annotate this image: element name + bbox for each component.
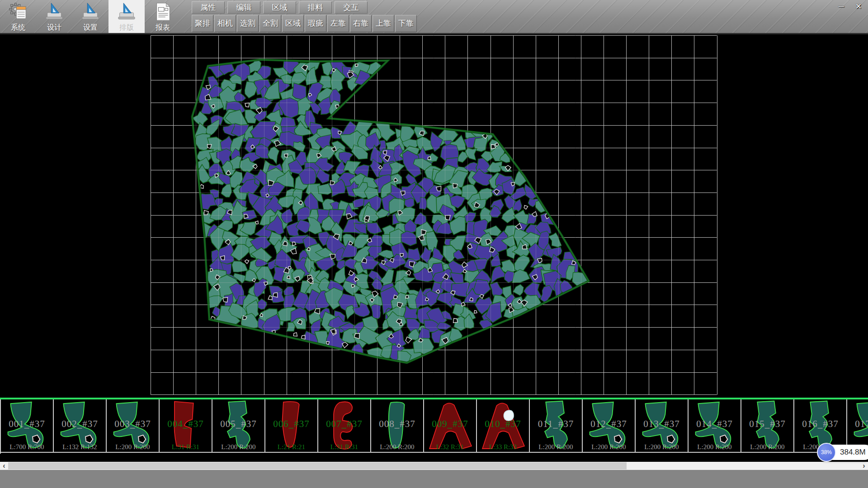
app-button-系统[interactable]: 系统 (0, 0, 36, 33)
piece-id: 001_#37 (1, 418, 53, 430)
design-icon (44, 1, 65, 22)
thumbnail-cell-003_#37[interactable]: 003_#37L:200 R:200 (107, 399, 160, 453)
minimize-button[interactable]: ─ (835, 1, 848, 13)
menu-button-交互[interactable]: 交互 (335, 1, 368, 14)
menu-button-区域[interactable]: 区域 (263, 1, 296, 14)
menu-row: 属性编辑区域排料交互 (192, 1, 368, 14)
piece-lr-count: L:32 R:31 (424, 443, 476, 451)
thumbnail-cell-015_#37[interactable]: 015_#37L:200 R:200 (741, 399, 794, 453)
menu-button-排料[interactable]: 排料 (299, 1, 332, 14)
piece-lr-count: L:33 R:33 (477, 443, 529, 451)
piece-id: 011_#37 (530, 418, 582, 430)
scrollbar-thumb[interactable] (8, 462, 627, 469)
application-window: 系统设计设置排版报表 属性编辑区域排料交互 聚排相机选割全割区域瑕疵左靠右靠上靠… (0, 0, 868, 488)
thumbnail-cell-010_#37[interactable]: 010_#37L:33 R:33 (477, 399, 530, 453)
piece-lr-count: L:200 R:200 (371, 443, 423, 451)
piece-id: 017_#37 (847, 418, 868, 430)
thumbnail-cell-011_#37[interactable]: 011_#37L:200 R:200 (530, 399, 583, 453)
piece-lr-count: L:200 R:200 (689, 443, 741, 451)
app-button-排版[interactable]: 排版 (108, 0, 145, 33)
piece-id: 002_#37 (54, 418, 106, 430)
app-mode-buttons: 系统设计设置排版报表 (0, 0, 181, 33)
thumbnail-cell-006_#37[interactable]: 006_#37L:21 R:21 (265, 399, 318, 453)
piece-id: 005_#37 (212, 418, 264, 430)
tool-button-聚排[interactable]: 聚排 (192, 15, 213, 32)
piece-id: 014_#37 (689, 418, 741, 430)
piece-lr-count: L:31 R:31 (318, 443, 370, 451)
app-button-设置[interactable]: 设置 (72, 0, 108, 33)
piece-lr-count: L:132 R:132 (54, 443, 106, 451)
menu-button-属性[interactable]: 属性 (192, 1, 225, 14)
memory-badge[interactable]: 38% 384.8M (818, 445, 868, 460)
nesting-canvas[interactable] (0, 34, 868, 398)
tool-button-相机[interactable]: 相机 (214, 15, 236, 32)
piece-id: 004_#37 (160, 418, 212, 430)
tool-button-区域[interactable]: 区域 (282, 15, 304, 32)
tool-button-选割[interactable]: 选割 (237, 15, 259, 32)
tool-button-瑕疵[interactable]: 瑕疵 (305, 15, 326, 32)
thumbnail-cell-001_#37[interactable]: 001_#37L:700 R:700 (1, 399, 54, 453)
tool-button-上靠[interactable]: 上靠 (373, 15, 394, 32)
scroll-right-icon[interactable]: › (860, 462, 868, 470)
piece-lr-count: L:200 R:200 (530, 443, 582, 451)
usage-percent-badge: 38% (817, 443, 836, 462)
tool-button-左靠[interactable]: 左靠 (327, 15, 349, 32)
app-button-label: 排版 (119, 23, 134, 33)
window-controls: ─ ✕ (835, 1, 865, 13)
piece-lr-count: L:700 R:700 (1, 443, 53, 451)
piece-lr-count: L:200 R:200 (583, 443, 635, 451)
tool-button-全割[interactable]: 全割 (259, 15, 281, 32)
tool-row: 聚排相机选割全割区域瑕疵左靠右靠上靠下靠 (192, 15, 417, 32)
piece-lr-count: L:200 R:200 (636, 443, 688, 451)
app-button-设计[interactable]: 设计 (36, 0, 72, 33)
thumbnail-cell-013_#37[interactable]: 013_#37L:200 R:200 (636, 399, 689, 453)
piece-id: 008_#37 (371, 418, 423, 430)
piece-id: 016_#37 (794, 418, 846, 430)
system-icon (8, 1, 28, 22)
nesting-icon (116, 1, 137, 22)
thumbnail-cell-002_#37[interactable]: 002_#37L:132 R:132 (54, 399, 107, 453)
piece-id: 007_#37 (318, 418, 370, 430)
memory-value: 384.8M (840, 448, 866, 457)
thumbnail-cell-009_#37[interactable]: 009_#37L:32 R:31 (424, 399, 477, 453)
app-button-label: 设置 (83, 23, 98, 33)
thumbnail-cell-008_#37[interactable]: 008_#37L:200 R:200 (371, 399, 424, 453)
piece-id: 009_#37 (424, 418, 476, 430)
piece-lr-count: L:200 R:200 (212, 443, 264, 451)
status-bar (0, 470, 868, 488)
piece-lr-count: L:200 R:200 (741, 443, 793, 451)
tool-button-下靠[interactable]: 下靠 (395, 15, 417, 32)
report-icon (152, 1, 173, 22)
thumbnail-cell-004_#37[interactable]: 004_#37L:31 R:31 (160, 399, 212, 453)
piece-id: 003_#37 (107, 418, 159, 430)
thumbnail-cell-012_#37[interactable]: 012_#37L:200 R:200 (583, 399, 636, 453)
thumbnail-cell-014_#37[interactable]: 014_#37L:200 R:200 (689, 399, 741, 453)
piece-thumbnail-strip: 001_#37L:700 R:700002_#37L:132 R:132003_… (0, 399, 868, 454)
scroll-left-icon[interactable]: ‹ (0, 462, 8, 470)
menu-button-编辑[interactable]: 编辑 (227, 1, 260, 14)
app-button-label: 报表 (156, 23, 170, 33)
horizontal-scrollbar[interactable]: ‹ › (0, 462, 868, 470)
app-button-label: 设计 (47, 23, 61, 33)
piece-id: 012_#37 (583, 418, 635, 430)
tool-button-右靠[interactable]: 右靠 (350, 15, 372, 32)
piece-id: 015_#37 (741, 418, 793, 430)
piece-lr-count: L:21 R:21 (265, 443, 317, 451)
piece-lr-count: L:31 R:31 (160, 443, 212, 451)
thumbnail-cell-005_#37[interactable]: 005_#37L:200 R:200 (212, 399, 265, 453)
piece-id: 010_#37 (477, 418, 529, 430)
titlebar: 系统设计设置排版报表 属性编辑区域排料交互 聚排相机选割全割区域瑕疵左靠右靠上靠… (0, 0, 868, 34)
thumbnail-cell-007_#37[interactable]: 007_#37L:31 R:31 (318, 399, 371, 453)
app-button-label: 系统 (11, 23, 25, 33)
app-button-报表[interactable]: 报表 (145, 0, 181, 33)
piece-id: 013_#37 (636, 418, 688, 430)
close-button[interactable]: ✕ (852, 1, 865, 13)
settings-icon (80, 1, 101, 22)
piece-lr-count: L:200 R:200 (107, 443, 159, 451)
piece-id: 006_#37 (265, 418, 317, 430)
